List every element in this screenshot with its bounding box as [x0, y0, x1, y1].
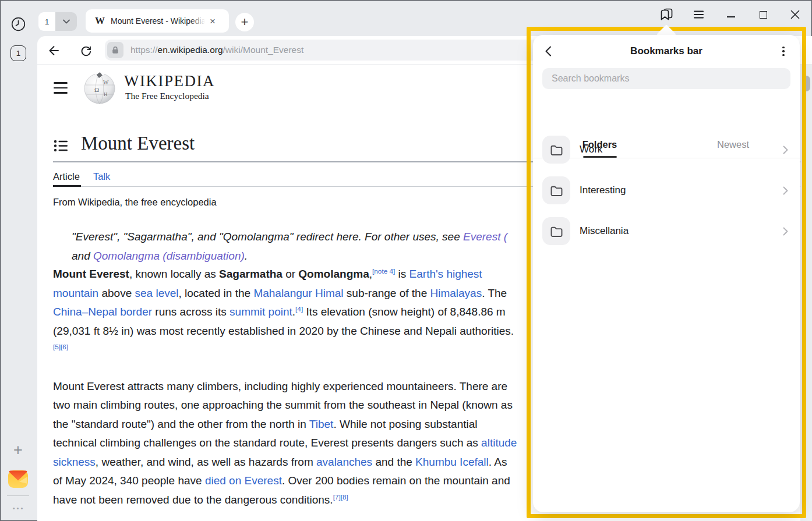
back-button[interactable] [45, 43, 61, 58]
page-title: Mount Everest [81, 133, 195, 154]
mail-app-icon[interactable] [8, 469, 29, 490]
wikipedia-tagline: The Free Encyclopedia [125, 91, 209, 101]
folder-chip [542, 136, 570, 164]
text-run: above [98, 287, 135, 299]
bookmarks-panel: Bookmarks bar Folders Newest Work [533, 35, 800, 512]
article-paragraph: Mount Everest attracts many climbers, in… [53, 377, 519, 510]
tab-article[interactable]: Article [53, 171, 80, 182]
sidebar-add-button[interactable]: + [10, 441, 26, 459]
article-link[interactable]: Everest ( [463, 231, 507, 243]
text-run: , located in the [179, 287, 254, 299]
hamburger-icon [694, 10, 704, 19]
panel-back-button[interactable] [540, 43, 556, 59]
reference-link[interactable]: [7][8] [333, 492, 348, 500]
text-run: . The [482, 287, 507, 299]
folder-icon [549, 224, 564, 239]
text-run: , known locally as [129, 268, 219, 280]
chevron-right-icon [783, 146, 788, 154]
bookmarks-icon [659, 7, 674, 22]
wiki-menu-button[interactable] [54, 82, 68, 94]
text-run: . [245, 250, 248, 262]
text-run: sub-range of the [344, 287, 430, 299]
wikipedia-favicon: W [95, 15, 105, 27]
folder-label: Interesting [580, 185, 783, 196]
panel-title: Bookmarks bar [533, 45, 800, 57]
tab-close-icon[interactable]: × [210, 16, 216, 26]
active-tab[interactable]: W Mount Everest - Wikipedia × [86, 9, 229, 33]
article-link[interactable]: summit point [230, 306, 292, 318]
folder-label: Miscellania [580, 225, 783, 237]
close-icon [790, 10, 800, 19]
article-tab-underline [53, 185, 81, 187]
article-link[interactable]: sea level [135, 287, 179, 299]
tab-talk[interactable]: Talk [93, 171, 110, 182]
sidebar-more-button[interactable]: ••• [8, 504, 29, 512]
url-text: https://en.wikipedia.org/wiki/Mount_Ever… [130, 45, 303, 55]
folder-row-miscellania[interactable]: Miscellania [533, 211, 800, 251]
article-link[interactable]: died on Everest [205, 474, 282, 487]
article-body: Mount Everest, known locally as Sagarmat… [53, 265, 519, 521]
kebab-icon [782, 47, 785, 49]
maximize-icon [760, 11, 767, 19]
history-icon[interactable] [10, 16, 26, 32]
folder-label: Work [580, 144, 783, 155]
reference-sup: [7][8] [333, 492, 348, 500]
folder-icon [549, 183, 564, 198]
browser-window: 1 + ••• 1 W Mount Everest - Wikipedia × … [0, 0, 812, 521]
article-link[interactable]: avalanches [316, 456, 372, 468]
kebab-icon [782, 50, 785, 52]
reference-link[interactable]: [5][6] [53, 343, 68, 350]
text-run: or [283, 268, 298, 280]
close-button[interactable] [787, 6, 803, 23]
article-link[interactable]: China–Nepal border [53, 306, 152, 318]
sidebar-tab-count-label: 1 [16, 49, 21, 58]
toc-button[interactable] [54, 139, 68, 153]
chevron-right-icon [783, 186, 788, 195]
new-tab-button[interactable]: + [235, 13, 254, 31]
wikipedia-globe-logo[interactable]: Ω W H [83, 71, 116, 105]
sidebar-tab-count-badge[interactable]: 1 [10, 45, 26, 61]
tab-group-chevron[interactable] [55, 12, 77, 31]
svg-text:H: H [104, 91, 108, 97]
panel-header: Bookmarks bar [533, 35, 800, 68]
bold-text: Sagarmatha [219, 268, 283, 280]
bookmarks-search-input[interactable] [542, 68, 790, 89]
chevron-down-icon [63, 19, 70, 24]
folder-row-interesting[interactable]: Interesting [533, 170, 800, 211]
wiki-subtitle: From Wikipedia, the free encyclopedia [53, 197, 217, 208]
bold-text: Mount Everest [53, 268, 129, 280]
article-link[interactable]: Mahalangur Himal [253, 287, 343, 299]
minimize-icon [727, 16, 735, 17]
text-run: , weather, and wind, as well as hazards … [96, 456, 316, 468]
tab-title: Mount Everest - Wikipedia [111, 16, 205, 26]
browser-menu-button[interactable] [690, 6, 707, 23]
minimize-button[interactable] [723, 6, 739, 23]
reference-link[interactable]: [4] [295, 305, 303, 313]
article-paragraph: Mount Everest, known locally as Sagarmat… [53, 265, 519, 360]
article-link[interactable]: Qomolangma (disambiguation) [93, 250, 245, 262]
article-link[interactable]: Himalayas [430, 287, 482, 299]
lock-chip[interactable] [107, 42, 123, 58]
article-link[interactable]: Khumbu Icefall [415, 456, 489, 468]
svg-text:W: W [103, 79, 109, 86]
article-link[interactable]: Tibet [309, 418, 334, 430]
reload-button[interactable] [78, 43, 93, 58]
text-run: and the [372, 456, 415, 468]
text-run: "Everest", "Sagarmatha", and "Qomolangma… [72, 231, 463, 243]
wikipedia-wordmark: WIKIPEDIA [124, 72, 215, 90]
tab-group[interactable]: 1 [38, 12, 77, 31]
folder-chip [542, 217, 570, 245]
sidebar-divider [7, 495, 29, 496]
chevron-left-icon [543, 45, 553, 57]
panel-menu-button[interactable] [775, 43, 792, 59]
kebab-icon [782, 54, 785, 56]
bold-text: Qomolangma [298, 268, 369, 280]
reference-link[interactable]: [note 4] [372, 267, 395, 275]
maximize-button[interactable] [755, 6, 771, 23]
bookmarks-panel-button[interactable] [658, 6, 675, 23]
folder-row-work[interactable]: Work [533, 129, 800, 170]
folder-list: Work Interesting Miscellania [533, 129, 800, 251]
text-run: is [395, 268, 409, 280]
lock-icon [111, 45, 120, 55]
back-arrow-icon [46, 44, 60, 58]
